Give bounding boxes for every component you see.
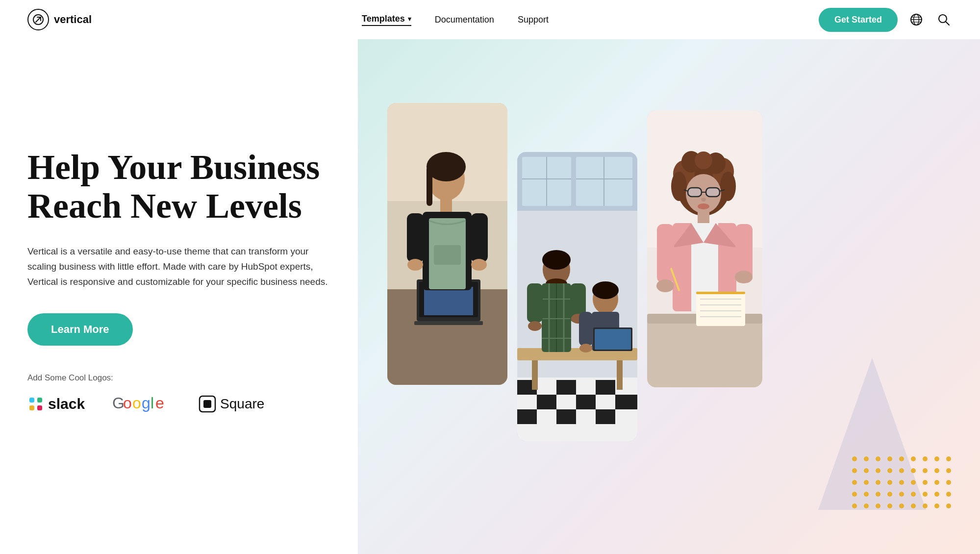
svg-rect-73 (414, 321, 483, 325)
nav-item-documentation[interactable]: Documentation (435, 15, 494, 25)
photo-card-2 (517, 152, 637, 441)
svg-rect-116 (527, 283, 543, 323)
hero-heading: Help Your Business Reach New Levels (27, 148, 330, 226)
page-body: Help Your Business Reach New Levels Vert… (0, 39, 980, 554)
svg-point-138 (720, 172, 736, 201)
get-started-button[interactable]: Get Started (819, 8, 898, 32)
slack-icon (27, 396, 44, 412)
svg-rect-126 (595, 329, 631, 350)
svg-point-82 (407, 259, 423, 271)
svg-rect-152 (657, 224, 674, 283)
svg-rect-12 (37, 405, 42, 410)
hero-description: Vertical is a versatile and easy-to-use … (27, 244, 330, 290)
svg-rect-95 (556, 380, 576, 395)
svg-point-121 (592, 281, 619, 299)
svg-rect-72 (424, 287, 473, 315)
svg-rect-98 (576, 395, 596, 409)
svg-line-1 (36, 17, 41, 22)
svg-rect-84 (434, 245, 461, 265)
globe-icon (910, 13, 923, 26)
learn-more-button[interactable]: Learn More (27, 313, 133, 346)
svg-rect-10 (37, 398, 42, 403)
nav-actions: Get Started (819, 8, 953, 32)
svg-text:g: g (142, 394, 151, 412)
logo-icon (27, 9, 49, 30)
svg-rect-11 (29, 405, 34, 410)
svg-rect-102 (596, 409, 615, 424)
svg-line-8 (946, 22, 949, 25)
photo-card-1 (387, 103, 507, 385)
svg-rect-20 (203, 400, 211, 408)
search-button[interactable] (935, 11, 953, 28)
logos-label: Add Some Cool Logos: (27, 373, 330, 383)
svg-point-154 (656, 279, 674, 292)
svg-point-118 (528, 321, 542, 331)
svg-text:o: o (123, 394, 132, 412)
nav-item-templates[interactable]: Templates ▾ (362, 14, 411, 26)
svg-rect-158 (696, 292, 745, 294)
hero-left-panel: Help Your Business Reach New Levels Vert… (0, 39, 358, 554)
svg-text:e: e (155, 394, 164, 412)
svg-point-124 (579, 344, 592, 353)
hero-right-panel (358, 39, 980, 554)
svg-rect-129 (647, 316, 762, 387)
logos-row: slack G o o g l e Square (27, 393, 330, 416)
nav-links: Templates ▾ Documentation Support (362, 14, 549, 26)
square-icon (199, 395, 216, 413)
svg-point-137 (671, 172, 687, 201)
svg-rect-99 (615, 395, 637, 409)
svg-point-136 (695, 151, 712, 169)
svg-point-155 (735, 271, 753, 283)
photo-card-3 (647, 110, 762, 387)
photos-container (387, 64, 951, 529)
svg-rect-96 (596, 380, 615, 395)
logo-link[interactable]: vertical (27, 9, 92, 30)
slack-logo: slack (27, 396, 85, 412)
google-wordmark: G o o g l e (112, 393, 171, 412)
svg-rect-77 (440, 199, 452, 214)
svg-rect-81 (471, 213, 488, 262)
svg-rect-9 (29, 398, 34, 403)
svg-rect-141 (706, 188, 720, 197)
navigation: vertical Templates ▾ Documentation Suppo… (0, 0, 980, 39)
search-icon (937, 13, 950, 26)
svg-rect-100 (517, 409, 537, 424)
svg-rect-76 (427, 167, 432, 206)
square-logo: Square (199, 395, 264, 413)
svg-rect-80 (407, 213, 424, 262)
svg-point-146 (698, 203, 709, 209)
chevron-down-icon: ▾ (408, 15, 411, 23)
svg-point-83 (471, 259, 487, 271)
svg-rect-104 (532, 360, 538, 390)
svg-rect-140 (688, 188, 702, 197)
svg-rect-101 (556, 409, 576, 424)
globe-button[interactable] (907, 11, 925, 28)
svg-point-145 (701, 198, 706, 201)
svg-rect-105 (617, 360, 623, 390)
svg-rect-123 (579, 312, 593, 346)
google-logo: G o o g l e (112, 393, 171, 416)
svg-rect-97 (537, 395, 556, 409)
logo-text: vertical (54, 13, 92, 26)
svg-text:l: l (151, 394, 154, 412)
svg-rect-157 (696, 292, 745, 326)
svg-point-107 (542, 250, 571, 270)
nav-item-support[interactable]: Support (518, 15, 549, 25)
svg-text:o: o (132, 394, 141, 412)
